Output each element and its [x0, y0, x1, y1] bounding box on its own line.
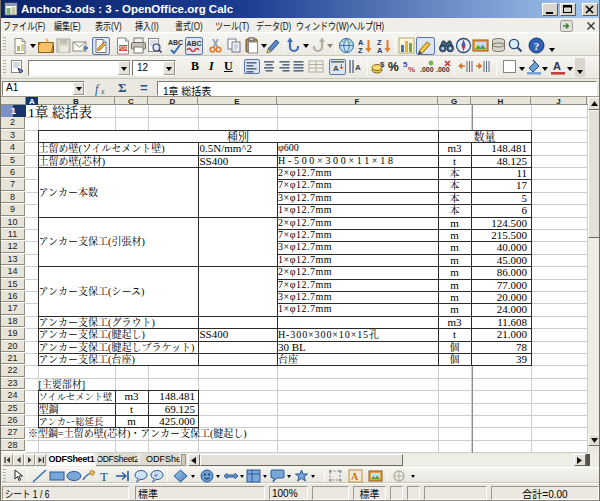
svg-text:.000: .000: [420, 66, 434, 73]
svg-text:.000: .000: [436, 66, 450, 73]
svg-text:A: A: [355, 63, 361, 72]
svg-text:?: ?: [534, 40, 540, 52]
svg-text:A: A: [553, 60, 561, 72]
svg-text:$: $: [380, 60, 385, 69]
svg-text:%: %: [408, 65, 415, 74]
svg-text:Z: Z: [358, 46, 363, 54]
svg-text:ABC: ABC: [168, 39, 183, 46]
svg-text:ABC: ABC: [187, 40, 202, 47]
svg-text:T: T: [100, 469, 108, 483]
svg-text:x: x: [100, 87, 105, 96]
svg-text:f: f: [95, 82, 100, 96]
svg-text:PDF: PDF: [118, 45, 128, 51]
svg-text:A: A: [333, 64, 339, 73]
svg-text:«: «: [154, 472, 158, 479]
svg-text:A: A: [377, 46, 383, 54]
svg-text:A: A: [351, 471, 359, 482]
